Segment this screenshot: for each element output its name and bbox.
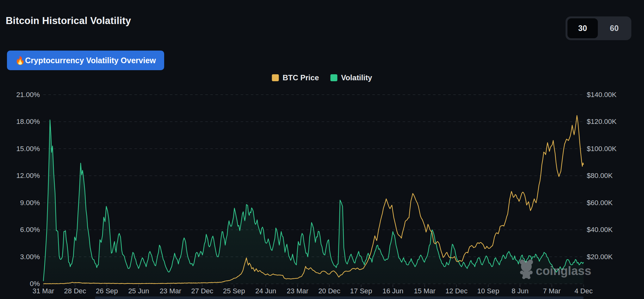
y-left-tick-label: 18.00% — [16, 118, 40, 126]
y-left-tick-label: 9.00% — [20, 199, 40, 207]
y-right-tick-label: $80.00K — [587, 172, 613, 180]
x-axis-ticks — [43, 284, 584, 287]
x-tick-label: 4 Dec — [561, 287, 606, 295]
y-right-tick-label: $60.00K — [587, 199, 613, 207]
y-right-tick-label: $20.00K — [587, 253, 613, 261]
y-right-tick-label: $120.00K — [587, 118, 616, 126]
watermark-text: coinglass — [536, 264, 591, 278]
y-right-tick-label: $100.00K — [587, 145, 616, 153]
y-left-tick-label: 15.00% — [16, 145, 40, 153]
coinglass-volatility-page: { "header": { "title": "Bitcoin Historic… — [0, 0, 644, 299]
series-layer — [43, 115, 584, 284]
y-right-tick-label: $40.00K — [587, 226, 613, 234]
chart-plot-area[interactable]: coinglass — [0, 0, 644, 299]
horizontal-scrollbar[interactable] — [95, 296, 584, 299]
y-left-tick-label: 3.00% — [20, 253, 40, 261]
y-left-tick-label: 12.00% — [16, 172, 40, 180]
y-left-tick-label: 6.00% — [20, 226, 40, 234]
volatility-area — [43, 120, 584, 284]
y-left-tick-label: 21.00% — [16, 91, 40, 99]
y-right-tick-label: $140.00K — [587, 91, 616, 99]
